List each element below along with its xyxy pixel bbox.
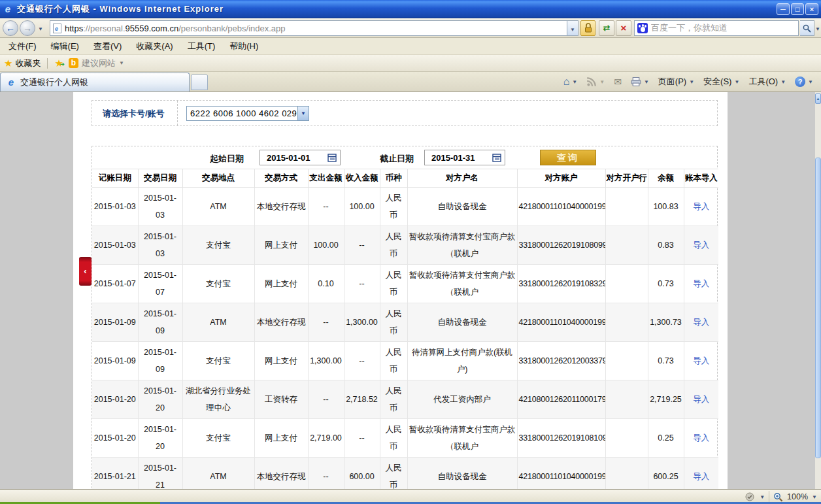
- add-favorite-icon[interactable]: ★➜: [54, 58, 63, 69]
- suggested-sites-button[interactable]: 建议网站: [82, 58, 116, 69]
- cell-method: 本地交行存现: [254, 188, 308, 226]
- calendar-icon[interactable]: [492, 153, 501, 162]
- url-path: /personbank/pebs/index.app: [178, 24, 285, 33]
- cell-import[interactable]: 导入: [684, 226, 718, 265]
- tools-menu[interactable]: 工具(O)▼: [746, 75, 788, 89]
- search-dropdown-icon[interactable]: ▼: [815, 26, 820, 32]
- cell-account: 331800012620191083299: [517, 265, 605, 303]
- cell-account: 421800011010400001999: [517, 188, 605, 226]
- cell-record-date: 2015-01-03: [92, 226, 138, 265]
- browser-viewport: ‹ 请选择卡号/账号 6222 6006 1000 4602 029 ▼ 起始日…: [0, 92, 821, 489]
- scrollbar-thumb[interactable]: [815, 158, 821, 458]
- url-dropdown-icon[interactable]: ▼: [567, 20, 578, 36]
- cell-import[interactable]: 导入: [684, 380, 718, 419]
- select-dropdown-icon[interactable]: ▼: [297, 107, 309, 120]
- cell-import[interactable]: 导入: [684, 265, 718, 303]
- cell-import[interactable]: 导入: [684, 342, 718, 380]
- cell-balance: 1,300.73: [648, 303, 684, 342]
- scroll-up-button[interactable]: ▲: [815, 93, 821, 104]
- favorites-bar: ★ 收藏夹 ★➜ b 建议网站 ▼: [0, 55, 821, 72]
- zoom-icon[interactable]: [773, 492, 783, 502]
- cell-place: 支付宝: [182, 265, 254, 303]
- search-box[interactable]: 百度一下，你就知道: [634, 20, 799, 36]
- vertical-scrollbar[interactable]: ▲: [815, 92, 821, 490]
- ssl-lock-icon[interactable]: [580, 20, 595, 36]
- url-field[interactable]: e https://personal.95559.com.cn/personba…: [50, 20, 567, 36]
- cell-income: 100.00: [344, 188, 380, 226]
- cell-import[interactable]: 导入: [684, 303, 718, 342]
- search-placeholder: 百度一下，你就知道: [651, 22, 728, 34]
- cell-balance: 100.83: [648, 188, 684, 226]
- cell-income: --: [344, 226, 380, 265]
- end-date-label: 截止日期: [380, 153, 414, 165]
- cell-bank: [605, 226, 648, 265]
- cell-trade-date: 2015-01-09: [138, 342, 182, 380]
- account-number-value: 6222 6006 1000 4602 029: [187, 109, 297, 118]
- help-icon: ?: [795, 76, 805, 87]
- import-link[interactable]: 导入: [693, 279, 709, 288]
- import-link[interactable]: 导入: [693, 241, 709, 250]
- tab-bank-personal[interactable]: e 交通银行个人网银: [0, 73, 190, 92]
- favorites-button[interactable]: 收藏夹: [15, 58, 41, 69]
- stop-button[interactable]: ×: [616, 20, 631, 36]
- title-bar: e 交通银行个人网银 - Windows Internet Explorer ─…: [0, 0, 821, 18]
- query-button[interactable]: 查询: [540, 150, 596, 165]
- menu-item[interactable]: 文件(F): [1, 39, 44, 54]
- menu-item[interactable]: 帮助(H): [222, 39, 265, 54]
- suggested-sites-dropdown-icon[interactable]: ▼: [119, 60, 124, 66]
- menu-item[interactable]: 编辑(E): [44, 39, 86, 54]
- protected-mode-icon[interactable]: [745, 492, 756, 501]
- cell-income: --: [344, 342, 380, 380]
- search-button[interactable]: [800, 20, 814, 36]
- menu-item[interactable]: 收藏夹(A): [129, 39, 180, 54]
- cell-import[interactable]: 导入: [684, 188, 718, 226]
- history-dropdown-icon[interactable]: ▼: [38, 26, 43, 32]
- transaction-row: 2015-01-072015-01-07支付宝网上支付0.10--人民币暂收款项…: [92, 265, 718, 303]
- cell-expense: 100.00: [308, 226, 344, 265]
- import-link[interactable]: 导入: [693, 318, 709, 327]
- home-button[interactable]: ⌂▼: [561, 76, 580, 88]
- sidebar-collapse-handle[interactable]: ‹: [79, 257, 92, 286]
- url-pre: ://personal.: [83, 24, 125, 33]
- cell-import[interactable]: 导入: [684, 419, 718, 458]
- new-tab-button[interactable]: [191, 75, 208, 90]
- cell-payee: 暂收款项待清算支付宝商户款 （联机户: [407, 226, 517, 265]
- zoom-dropdown-icon[interactable]: ▼: [812, 494, 817, 500]
- import-link[interactable]: 导入: [693, 202, 709, 211]
- maximize-button[interactable]: □: [791, 3, 804, 15]
- zone-dropdown-icon[interactable]: ▼: [760, 494, 765, 500]
- svg-text:e: e: [55, 25, 58, 32]
- cell-expense: --: [308, 380, 344, 419]
- start-date-input[interactable]: 2015-01-01: [260, 150, 341, 165]
- column-header: 对方账户: [517, 169, 605, 188]
- read-mail-button[interactable]: ✉: [611, 75, 624, 88]
- cell-place: 支付宝: [182, 342, 254, 380]
- cell-method: 工资转存: [254, 380, 308, 419]
- menu-item[interactable]: 查看(V): [86, 39, 129, 54]
- bing-icon: b: [69, 58, 78, 68]
- import-link[interactable]: 导入: [693, 395, 709, 404]
- forward-button[interactable]: →: [20, 20, 35, 36]
- import-link[interactable]: 导入: [693, 472, 709, 481]
- home-icon: ⌂: [563, 77, 570, 86]
- cell-trade-date: 2015-01-07: [138, 265, 182, 303]
- security-menu[interactable]: 安全(S)▼: [701, 75, 742, 89]
- page-menu[interactable]: 页面(P)▼: [656, 75, 697, 89]
- import-link[interactable]: 导入: [693, 356, 709, 365]
- menu-item[interactable]: 工具(T): [180, 39, 223, 54]
- account-number-select[interactable]: 6222 6006 1000 4602 029 ▼: [186, 106, 309, 121]
- cell-trade-date: 2015-01-20: [138, 419, 182, 458]
- tab-title: 交通银行个人网银: [20, 76, 88, 88]
- calendar-icon[interactable]: [327, 153, 337, 162]
- help-menu[interactable]: ?▼: [792, 75, 816, 88]
- table-header-row: 记账日期交易日期交易地点交易方式支出金额收入金额币种对方户名对方账户对方开户行余…: [92, 169, 718, 188]
- import-link[interactable]: 导入: [693, 433, 709, 443]
- feeds-button[interactable]: ▼: [584, 75, 607, 88]
- minimize-button[interactable]: ─: [777, 3, 790, 15]
- close-button[interactable]: ×: [805, 3, 818, 15]
- print-button[interactable]: ▼: [628, 75, 652, 88]
- back-button[interactable]: ←: [3, 20, 18, 36]
- refresh-button[interactable]: ⇄: [599, 20, 614, 36]
- browser-window: e 交通银行个人网银 - Windows Internet Explorer ─…: [0, 0, 821, 504]
- end-date-input[interactable]: 2015-01-31: [424, 150, 505, 165]
